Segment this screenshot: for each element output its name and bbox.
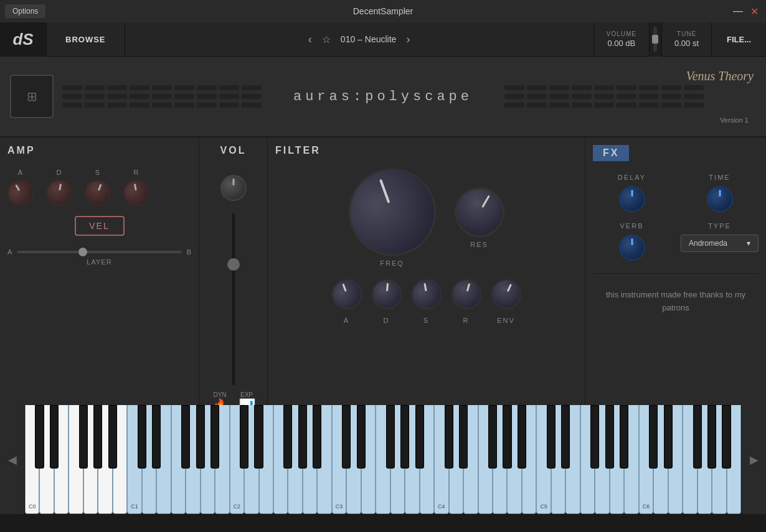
volume-slider-thumb[interactable] [652, 35, 658, 44]
black-key[interactable] [415, 405, 424, 469]
black-key[interactable] [400, 405, 409, 469]
brand-logo: Venus Theory [686, 69, 754, 83]
filter-env-knob[interactable] [486, 274, 526, 314]
amp-decay-knob[interactable] [44, 178, 75, 208]
patron-text: this instrument made free thanks to my p… [593, 279, 759, 325]
dyn-label: DYN [212, 391, 229, 398]
layer-thumb[interactable] [78, 248, 87, 256]
next-preset-button[interactable]: › [406, 33, 410, 46]
amp-section: AMP A D S R VEL A B [0, 138, 199, 405]
amp-attack-label: A [18, 169, 23, 176]
filter-decay-label: D [384, 317, 390, 324]
vel-button[interactable]: VEL [75, 216, 125, 236]
type-label: TYPE [708, 222, 731, 230]
black-key[interactable] [503, 405, 511, 469]
vol-section: VOL DYN 🔥 EXP 📊 [199, 138, 268, 405]
black-key[interactable] [313, 405, 321, 469]
black-key[interactable] [707, 405, 716, 469]
black-key[interactable] [138, 405, 146, 469]
tune-label: TUNE [677, 30, 696, 37]
type-item: TYPE Andromeda ▾ [681, 222, 759, 261]
synth-icon: ⊞ [27, 89, 37, 104]
filter-attack-knob[interactable] [328, 275, 366, 314]
black-key[interactable] [357, 405, 366, 469]
black-key[interactable] [283, 405, 292, 469]
black-key[interactable] [386, 405, 395, 469]
grill-left [62, 85, 262, 108]
amp-sustain-label: S [95, 169, 100, 176]
black-key[interactable] [664, 405, 673, 469]
filter-sustain-label: S [423, 317, 429, 324]
black-key[interactable] [79, 405, 88, 469]
vol-slider-track[interactable] [231, 212, 236, 386]
black-key[interactable] [50, 405, 59, 469]
preset-name: 010 – Neuclite [341, 34, 397, 44]
options-button[interactable]: Options [5, 4, 45, 18]
fx-section: FX DELAY TIME VERB TYPE Andromeda ▾ [585, 138, 766, 405]
amp-sustain-knob[interactable] [81, 176, 115, 210]
time-label: TIME [709, 174, 730, 181]
dropdown-chevron-icon: ▾ [747, 239, 750, 248]
filter-res-knob[interactable] [445, 178, 513, 246]
volume-display: VOLUME 0.00 dB [594, 22, 650, 57]
black-key[interactable] [605, 405, 614, 469]
tune-value: 0.00 st [674, 39, 699, 48]
black-key[interactable] [561, 405, 570, 469]
black-key[interactable] [649, 405, 658, 469]
keyboard-scroll-right[interactable]: ▶ [741, 405, 766, 514]
black-key[interactable] [108, 405, 117, 469]
file-button[interactable]: FILE... [712, 22, 766, 57]
amp-attack-knob[interactable] [2, 175, 38, 210]
black-key[interactable] [590, 405, 599, 469]
black-key[interactable] [342, 405, 351, 469]
window-controls: — ✕ [733, 6, 759, 17]
black-key[interactable] [488, 405, 497, 469]
time-item: TIME [681, 174, 759, 212]
filter-freq-knob[interactable] [336, 156, 448, 268]
filter-decay-group: D [372, 279, 402, 324]
black-key[interactable] [240, 405, 248, 469]
prev-preset-button[interactable]: ‹ [308, 33, 312, 46]
vol-slider-thumb[interactable] [227, 258, 240, 271]
black-key[interactable] [518, 405, 526, 469]
filter-decay-knob[interactable] [370, 278, 402, 310]
filter-freq-label: FREQ [380, 259, 404, 267]
black-key[interactable] [93, 405, 102, 469]
close-button[interactable]: ✕ [750, 6, 759, 17]
delay-knob[interactable] [619, 186, 645, 212]
black-key[interactable] [620, 405, 628, 469]
black-key[interactable] [210, 405, 219, 469]
black-key[interactable] [35, 405, 44, 469]
filter-release-knob[interactable] [448, 276, 485, 313]
black-key[interactable] [254, 405, 263, 469]
favorite-button[interactable]: ☆ [322, 34, 331, 45]
black-key[interactable] [181, 405, 190, 469]
keyboard-container: C0C1C2C3C4C5C6 [25, 405, 741, 514]
fx-grid: DELAY TIME VERB TYPE Andromeda ▾ [593, 174, 759, 261]
black-key[interactable] [152, 405, 161, 469]
black-key[interactable] [722, 405, 731, 469]
type-dropdown[interactable]: Andromeda ▾ [681, 235, 759, 252]
filter-main-row: FREQ RES [275, 169, 577, 267]
tune-display: TUNE 0.00 st [662, 22, 712, 57]
time-knob[interactable] [707, 186, 733, 212]
grill-right [504, 85, 704, 108]
minimize-button[interactable]: — [733, 6, 743, 17]
amp-release-knob[interactable] [121, 178, 152, 208]
black-key[interactable] [547, 405, 556, 469]
vol-top-knob[interactable] [220, 175, 247, 201]
black-key[interactable] [445, 405, 453, 469]
black-key[interactable] [298, 405, 307, 469]
black-key[interactable] [196, 405, 205, 469]
logo: dS [12, 30, 33, 49]
amp-sustain-group: S [85, 169, 111, 206]
main-controls: AMP A D S R VEL A B [0, 138, 766, 405]
keyboard-scroll-left[interactable]: ◀ [0, 405, 25, 514]
black-key[interactable] [693, 405, 702, 469]
volume-slider[interactable] [650, 22, 662, 57]
filter-sustain-knob[interactable] [409, 277, 444, 312]
browse-button[interactable]: BROWSE [47, 22, 125, 57]
verb-knob[interactable] [619, 235, 645, 261]
layer-slider[interactable] [17, 251, 181, 253]
black-key[interactable] [459, 405, 468, 469]
